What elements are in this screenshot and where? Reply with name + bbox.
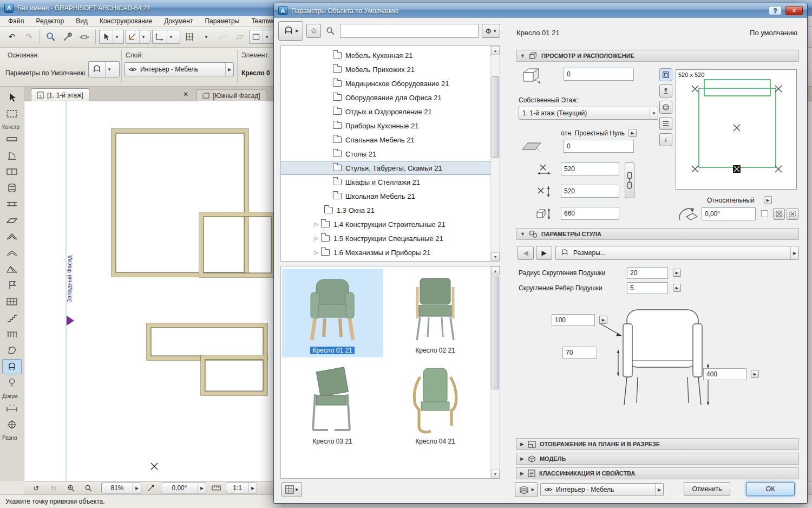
coordinates-combo[interactable]: ▼ bbox=[152, 30, 180, 44]
bottom-elevation-input[interactable]: 0 bbox=[564, 140, 634, 153]
zoom-level-combo[interactable]: 81%▶ bbox=[101, 483, 141, 493]
tree-item[interactable]: Оборудование для Офиса 21 bbox=[281, 90, 490, 105]
grid-snap-button[interactable] bbox=[182, 29, 197, 44]
expand-arrow-icon[interactable]: ▷ bbox=[315, 250, 321, 255]
shell-tool[interactable] bbox=[2, 245, 22, 260]
zone-tool[interactable] bbox=[2, 278, 22, 293]
object-preview[interactable]: 520 x 520 bbox=[676, 69, 797, 190]
absolute-angle-checkbox[interactable] bbox=[761, 210, 768, 217]
guide-lines-button[interactable] bbox=[215, 29, 231, 44]
param2-flyout[interactable]: ▶ bbox=[673, 284, 681, 292]
section-preview-positioning[interactable]: ▼ ПРОСМОТР И РАСПОЛОЖЕНИЕ bbox=[516, 50, 799, 62]
arrow-tool-combo[interactable]: ▼ bbox=[99, 30, 124, 44]
library-view-button[interactable]: ▶ bbox=[281, 482, 302, 497]
zoom-in-button[interactable] bbox=[63, 483, 78, 493]
menu-document[interactable]: Документ bbox=[158, 16, 199, 27]
roof-tool[interactable] bbox=[2, 229, 22, 244]
next-page-button[interactable]: ▶ bbox=[536, 246, 552, 260]
tree-item[interactable]: Спальная Мебель 21 bbox=[281, 133, 490, 147]
flyout-arrow-icon[interactable]: ▶ bbox=[198, 483, 206, 493]
level-dimension-tool[interactable] bbox=[2, 417, 22, 432]
tree-item[interactable]: Мебель Прихожих 21 bbox=[281, 62, 490, 76]
expand-arrow-icon[interactable]: ▷ bbox=[315, 222, 321, 227]
object-tool[interactable] bbox=[2, 359, 22, 374]
dropdown-arrow-icon[interactable]: ▼ bbox=[105, 62, 113, 77]
find-select-button[interactable] bbox=[43, 29, 58, 44]
default-settings-flyout-button[interactable]: ▶ bbox=[278, 21, 303, 41]
arrow-tool[interactable] bbox=[2, 90, 22, 105]
tree-item[interactable]: ▷1.5 Конструкции Специальные 21 bbox=[281, 231, 490, 245]
favorites-button[interactable]: ☆ bbox=[306, 24, 321, 38]
layer-flyout-button[interactable]: ▶ bbox=[515, 482, 538, 497]
preview-plan-button[interactable] bbox=[659, 68, 672, 81]
relative-flyout[interactable]: ▶ bbox=[764, 196, 772, 204]
lamp-tool[interactable] bbox=[2, 375, 22, 390]
tree-item[interactable]: Приборы Кухонные 21 bbox=[281, 119, 490, 133]
ok-button[interactable]: ОК bbox=[746, 482, 795, 496]
prev-page-button[interactable]: ◀ bbox=[518, 246, 534, 260]
tree-item[interactable]: ▷1.4 Конструкции Строительные 21 bbox=[281, 217, 490, 231]
dropdown-arrow-icon[interactable]: ▼ bbox=[113, 30, 121, 43]
redo-button[interactable]: ↷ bbox=[21, 29, 36, 44]
tree-item[interactable]: Отдых и Оздоровление 21 bbox=[281, 105, 490, 119]
door-tool[interactable] bbox=[2, 148, 22, 163]
selection-frame-combo[interactable]: ▼ bbox=[249, 30, 274, 44]
tree-scrollbar[interactable]: ▲ ▼ bbox=[490, 46, 500, 261]
tab-south-elevation[interactable]: [Южный Фасад] bbox=[197, 89, 266, 101]
layer-combo[interactable]: Интерьер - Мебель ▶ bbox=[125, 62, 234, 76]
dialog-titlebar[interactable]: A Параметры Объекта по Умолчанию ? × bbox=[274, 3, 807, 18]
floor-plan-canvas[interactable]: Западный Фасад bbox=[24, 101, 273, 481]
section-chair-parameters[interactable]: ▼ ПАРАМЕТРЫ СТУЛА bbox=[516, 228, 799, 240]
browser-scrollbar[interactable]: ▲ ▼ bbox=[490, 266, 500, 478]
diagram-right-input[interactable]: 400 bbox=[703, 368, 746, 380]
stair-tool[interactable] bbox=[2, 310, 22, 325]
scale-combo[interactable]: 1:1▶ bbox=[226, 483, 257, 493]
slab-tool[interactable] bbox=[2, 213, 22, 228]
object-thumbnail-partial[interactable] bbox=[385, 451, 486, 478]
scroll-up-icon[interactable]: ▲ bbox=[491, 46, 500, 55]
reference-level-flyout[interactable]: ▶ bbox=[628, 129, 637, 137]
search-input[interactable] bbox=[340, 24, 479, 38]
beam-tool[interactable] bbox=[2, 197, 22, 212]
diagram-right-flyout[interactable]: ▶ bbox=[751, 370, 759, 378]
zoom-fit-button[interactable] bbox=[81, 483, 96, 493]
section-model[interactable]: ▶ МОДЕЛЬ bbox=[516, 453, 799, 465]
dropdown-arrow-icon[interactable]: ▼ bbox=[650, 107, 658, 119]
dialog-layer-combo[interactable]: Интерьер - Мебель ▶ bbox=[540, 483, 664, 496]
section-plan-display[interactable]: ▶ ОТОБРАЖЕНИЕ НА ПЛАНЕ И В РАЗРЕЗЕ bbox=[516, 438, 799, 450]
link-xy-button[interactable] bbox=[625, 162, 634, 198]
menu-view[interactable]: Вид bbox=[70, 16, 94, 27]
menu-edit[interactable]: Редактор bbox=[30, 16, 70, 27]
free-rotation-toggle-button[interactable] bbox=[787, 208, 798, 220]
dimension-x-input[interactable]: 520 bbox=[561, 162, 619, 175]
menu-options[interactable]: Параметры bbox=[199, 16, 245, 27]
param1-input[interactable]: 20 bbox=[627, 267, 668, 279]
tree-item[interactable]: Школьная Мебель 21 bbox=[281, 189, 490, 203]
diagram-top-flyout[interactable]: ▶ bbox=[599, 316, 607, 324]
tree-item-selected[interactable]: Стулья, Табуреты, Скамьи 21 bbox=[281, 161, 490, 175]
diagram-top-input[interactable]: 100 bbox=[552, 314, 595, 326]
tab-close-icon[interactable]: ✕ bbox=[183, 90, 188, 98]
railing-tool[interactable] bbox=[2, 327, 22, 342]
object-thumbnail[interactable]: Кресло 02 21 bbox=[385, 269, 486, 357]
mirror-toggle-button[interactable] bbox=[773, 208, 785, 220]
column-tool[interactable] bbox=[2, 180, 22, 196]
dimension-y-input[interactable]: 520 bbox=[561, 185, 619, 198]
diagram-left-input[interactable]: 70 bbox=[562, 347, 597, 359]
tree-item[interactable]: 1.3 Окна 21 bbox=[281, 203, 490, 217]
help-button[interactable]: ? bbox=[769, 6, 782, 15]
zoom-forward-button[interactable]: ↻ bbox=[46, 483, 61, 493]
scroll-up-icon[interactable]: ▲ bbox=[491, 266, 500, 275]
tree-item[interactable]: Мебель Кухонная 21 bbox=[281, 48, 490, 62]
rotation-combo[interactable]: 0,00°▶ bbox=[161, 483, 206, 493]
window-tool[interactable] bbox=[2, 164, 22, 179]
scroll-down-icon[interactable]: ▼ bbox=[491, 470, 500, 478]
flyout-arrow-icon[interactable]: ▶ bbox=[225, 63, 233, 76]
ruler-button[interactable] bbox=[208, 483, 224, 493]
dropdown-arrow-icon[interactable]: ▼ bbox=[167, 30, 175, 43]
grid-dropdown-button[interactable]: ▼ bbox=[199, 29, 214, 44]
flyout-arrow-icon[interactable]: ▶ bbox=[655, 484, 663, 496]
close-button[interactable]: × bbox=[785, 6, 803, 15]
wall-tool[interactable] bbox=[2, 132, 22, 147]
object-thumbnail-partial[interactable] bbox=[282, 451, 383, 478]
